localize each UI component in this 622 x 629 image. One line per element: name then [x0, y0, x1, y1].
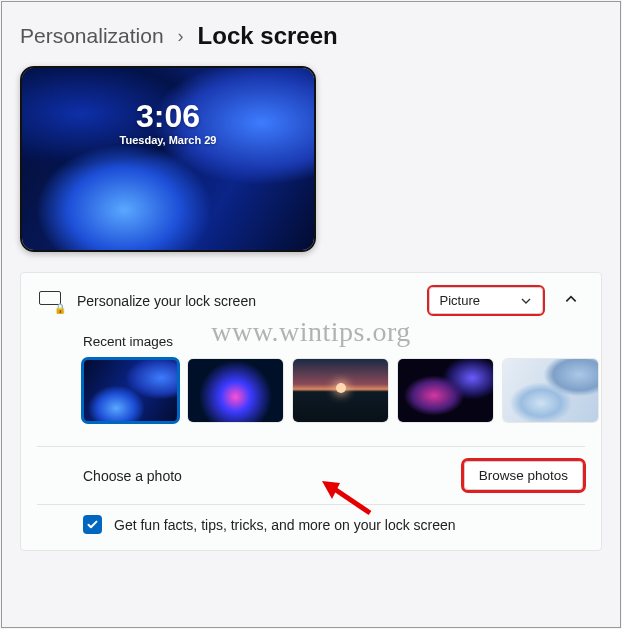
recent-image-thumbnail[interactable] — [398, 359, 493, 422]
breadcrumb-previous[interactable]: Personalization — [20, 24, 164, 48]
choose-photo-label: Choose a photo — [83, 468, 450, 484]
fun-facts-label: Get fun facts, tips, tricks, and more on… — [114, 517, 456, 533]
panel-header-row[interactable]: 🔒 Personalize your lock screen Picture — [21, 273, 601, 328]
chevron-down-icon — [520, 295, 532, 307]
chevron-right-icon: › — [178, 26, 184, 47]
dropdown-value: Picture — [440, 293, 480, 308]
recent-images-label: Recent images — [83, 334, 601, 349]
wallpaper-bloom — [22, 68, 314, 250]
checkmark-icon — [86, 518, 99, 531]
recent-image-thumbnail[interactable] — [293, 359, 388, 422]
background-type-dropdown[interactable]: Picture — [429, 287, 543, 314]
collapse-panel-button[interactable] — [557, 292, 585, 309]
chevron-up-icon — [564, 292, 578, 306]
breadcrumb: Personalization › Lock screen — [20, 22, 602, 50]
recent-image-thumbnail[interactable] — [503, 359, 598, 422]
recent-images-row — [83, 359, 601, 422]
lock-preview-time: 3:06 — [120, 100, 217, 132]
personalize-lock-screen-panel: 🔒 Personalize your lock screen Picture R… — [20, 272, 602, 551]
breadcrumb-current: Lock screen — [198, 22, 338, 50]
browse-photos-button[interactable]: Browse photos — [464, 461, 583, 490]
recent-image-thumbnail[interactable] — [188, 359, 283, 422]
lock-preview-date: Tuesday, March 29 — [120, 134, 217, 146]
recent-image-thumbnail[interactable] — [83, 359, 178, 422]
fun-facts-checkbox[interactable] — [83, 515, 102, 534]
lock-screen-preview: 3:06 Tuesday, March 29 — [20, 66, 316, 252]
panel-header-label: Personalize your lock screen — [77, 293, 415, 309]
lock-screen-icon: 🔒 — [39, 291, 63, 311]
